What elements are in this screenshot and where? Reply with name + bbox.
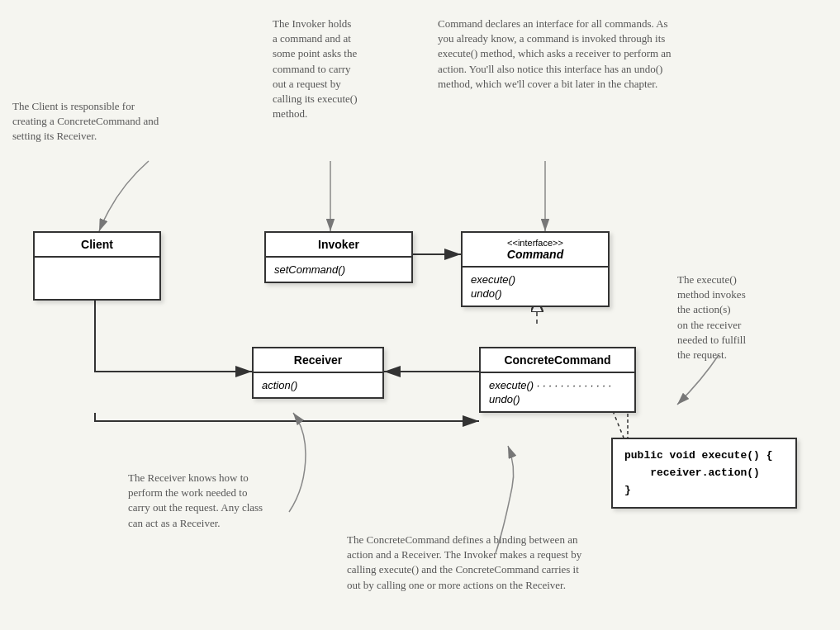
command-body: execute() undo() (463, 268, 608, 306)
diagram-area: Client Invoker setCommand() <<interface>… (0, 0, 840, 630)
invoker-body: setCommand() (266, 258, 411, 282)
client-annotation: The Client is responsible forcreating a … (12, 99, 190, 144)
receiver-body: action() (254, 373, 382, 397)
concrete-execute: execute() · · · · · · · · · · · · · (489, 378, 626, 392)
client-body (35, 258, 159, 299)
concrete-annotation: The ConcreteCommand defines a binding be… (347, 533, 653, 593)
concrete-command-header: ConcreteCommand (481, 348, 634, 373)
concrete-command-box: ConcreteCommand execute() · · · · · · · … (479, 347, 636, 413)
client-header: Client (35, 233, 159, 258)
execute-annotation: The execute()method invokesthe action(s)… (677, 272, 818, 362)
command-name: Command (471, 248, 600, 261)
command-undo: undo() (471, 287, 600, 301)
receiver-annotation: The Receiver knows how toperform the wor… (128, 471, 301, 531)
command-interface-label: <<interface>> (471, 238, 600, 248)
receiver-box: Receiver action() (252, 347, 384, 399)
invoker-box: Invoker setCommand() (264, 231, 413, 283)
receiver-action: action() (262, 378, 374, 392)
receiver-header: Receiver (254, 348, 382, 373)
code-line-1: public void execute() { (624, 448, 784, 465)
client-box: Client (33, 231, 161, 301)
invoker-annotation: The Invoker holdsa command and atsome po… (273, 17, 425, 121)
concrete-command-body: execute() · · · · · · · · · · · · · undo… (481, 373, 634, 411)
command-box: <<interface>> Command execute() undo() (461, 231, 610, 307)
invoker-method: setCommand() (274, 263, 403, 277)
invoker-header: Invoker (266, 233, 411, 258)
command-annotation: Command declares an interface for all co… (438, 17, 710, 92)
command-execute: execute() (471, 272, 600, 287)
command-header: <<interface>> Command (463, 233, 608, 268)
code-line-3: } (624, 482, 784, 500)
code-line-2: receiver.action() (624, 465, 784, 482)
code-box: public void execute() { receiver.action(… (611, 438, 797, 509)
concrete-undo: undo() (489, 392, 626, 406)
